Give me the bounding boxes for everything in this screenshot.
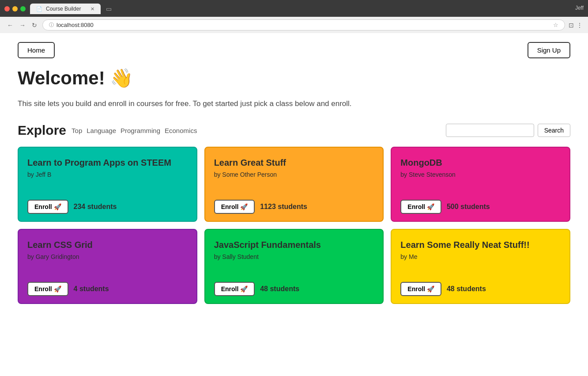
- page-content: Home Sign Up Welcome! 👋 This site lets y…: [0, 33, 588, 376]
- students-count: 1123 students: [260, 203, 307, 211]
- filter-economics[interactable]: Economics: [165, 127, 197, 134]
- course-footer: Enroll 🚀 48 students: [214, 282, 374, 296]
- address-bar-actions: ⊡ ⋮: [569, 22, 583, 29]
- students-count: 4 students: [74, 285, 109, 293]
- reload-button[interactable]: ↻: [30, 21, 39, 30]
- tab-title: Course Builder: [46, 6, 81, 12]
- students-count: 500 students: [447, 203, 490, 211]
- course-title: Learn Great Stuff: [214, 157, 374, 168]
- course-footer: Enroll 🚀 500 students: [400, 200, 561, 214]
- students-count: 234 students: [74, 203, 117, 211]
- students-count: 48 students: [447, 285, 486, 293]
- enroll-button[interactable]: Enroll 🚀: [27, 282, 68, 296]
- course-card-5: JavaScript Fundamentals by Sally Student…: [204, 229, 384, 304]
- explore-title: Explore: [18, 123, 66, 138]
- course-author: by Some Other Person: [214, 171, 374, 178]
- browser-cast-button[interactable]: ⊡: [569, 22, 574, 29]
- filter-programming[interactable]: Programming: [121, 127, 160, 134]
- nav-buttons: ← → ↻: [5, 21, 39, 30]
- students-count: 48 students: [260, 285, 299, 293]
- course-card-2: Learn Great Stuff by Some Other Person E…: [204, 147, 384, 222]
- enroll-button[interactable]: Enroll 🚀: [214, 200, 255, 214]
- browser-chrome: 📄 Course Builder ✕ ▭ Jeff: [0, 0, 588, 17]
- course-footer: Enroll 🚀 1123 students: [214, 200, 374, 214]
- maximize-window-button[interactable]: [20, 6, 26, 11]
- course-title: Learn Some Really Neat Stuff!!: [400, 239, 561, 251]
- enroll-button[interactable]: Enroll 🚀: [400, 200, 441, 214]
- course-title: MongoDB: [400, 157, 561, 168]
- browser-titlebar: 📄 Course Builder ✕ ▭ Jeff: [4, 4, 584, 14]
- course-footer: Enroll 🚀 234 students: [27, 200, 188, 214]
- enroll-button[interactable]: Enroll 🚀: [214, 282, 255, 296]
- navbar: Home Sign Up: [0, 33, 588, 67]
- course-title: Learn CSS Grid: [27, 239, 188, 251]
- signup-button[interactable]: Sign Up: [528, 42, 570, 58]
- course-footer: Enroll 🚀 48 students: [400, 282, 561, 296]
- course-card-1: Learn to Program Apps on STEEM by Jeff B…: [18, 147, 197, 222]
- address-bar-row: ← → ↻ ⓘ localhost:8080 ☆ ⊡ ⋮: [0, 17, 588, 33]
- close-window-button[interactable]: [4, 6, 10, 11]
- bookmark-icon[interactable]: ☆: [553, 22, 558, 28]
- home-button[interactable]: Home: [18, 42, 55, 58]
- filter-top[interactable]: Top: [72, 127, 82, 134]
- enroll-button[interactable]: Enroll 🚀: [400, 282, 441, 296]
- course-title: Learn to Program Apps on STEEM: [27, 157, 188, 168]
- course-author: by Gary Gridington: [27, 253, 188, 260]
- back-button[interactable]: ←: [5, 21, 15, 30]
- secure-icon: ⓘ: [49, 22, 54, 28]
- course-author: by Sally Student: [214, 253, 374, 260]
- course-card-3: MongoDB by Steve Stevenson Enroll 🚀 500 …: [391, 147, 570, 222]
- explore-row: Explore Top Language Programming Economi…: [18, 123, 570, 138]
- course-author: by Steve Stevenson: [400, 171, 561, 178]
- course-author: by Me: [400, 253, 561, 260]
- search-input[interactable]: [446, 124, 534, 137]
- welcome-heading: Welcome! 👋: [18, 67, 570, 89]
- traffic-lights: [4, 6, 26, 11]
- course-card-4: Learn CSS Grid by Gary Gridington Enroll…: [18, 229, 197, 304]
- address-bar[interactable]: ⓘ localhost:8080 ☆: [42, 19, 565, 30]
- explore-filters: Top Language Programming Economics: [72, 127, 197, 134]
- enroll-button[interactable]: Enroll 🚀: [27, 200, 68, 214]
- course-author: by Jeff B: [27, 171, 188, 178]
- tab-bar: 📄 Course Builder ✕ ▭: [30, 4, 115, 14]
- course-title: JavaScript Fundamentals: [214, 239, 374, 251]
- minimize-window-button[interactable]: [12, 6, 18, 11]
- course-footer: Enroll 🚀 4 students: [27, 282, 188, 296]
- search-button[interactable]: Search: [538, 124, 570, 137]
- course-card-6: Learn Some Really Neat Stuff!! by Me Enr…: [391, 229, 570, 304]
- new-tab-button[interactable]: ▭: [102, 4, 115, 14]
- tab-close-button[interactable]: ✕: [90, 6, 94, 12]
- forward-button[interactable]: →: [18, 21, 27, 30]
- tab-page-icon: 📄: [36, 6, 42, 12]
- search-area: Search: [446, 124, 570, 137]
- url-text: localhost:8080: [57, 22, 94, 28]
- user-label: Jeff: [575, 5, 584, 13]
- main-content: Welcome! 👋 This site lets you build and …: [0, 67, 588, 322]
- courses-grid: Learn to Program Apps on STEEM by Jeff B…: [18, 147, 570, 304]
- browser-menu-button[interactable]: ⋮: [577, 22, 583, 29]
- active-tab[interactable]: 📄 Course Builder ✕: [30, 4, 101, 14]
- filter-language[interactable]: Language: [87, 127, 116, 134]
- welcome-description: This site lets you build and enroll in c…: [18, 98, 380, 110]
